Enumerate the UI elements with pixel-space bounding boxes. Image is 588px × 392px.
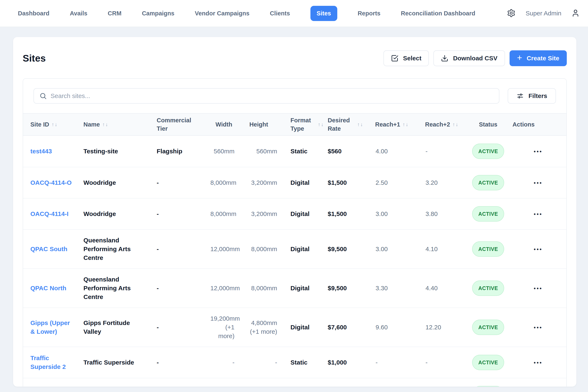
nav-item-vendor-campaigns[interactable]: Vendor Campaigns: [195, 10, 250, 17]
site-id-link[interactable]: OACQ-4114-O: [30, 179, 72, 186]
site-id-cell: QPAC South: [23, 245, 84, 254]
ellipsis-icon: •••: [534, 360, 542, 366]
row-actions-button[interactable]: •••: [530, 284, 546, 293]
reach-2-value: 4.40: [418, 284, 466, 292]
width-value: 8,000mm: [210, 210, 238, 218]
settings-button[interactable]: [507, 9, 516, 18]
column-header-commercial_tier: Commercial Tier: [154, 114, 210, 135]
site-id-cell: test443: [23, 147, 84, 156]
plus-icon: +: [517, 54, 522, 62]
download-csv-label: Download CSV: [453, 55, 497, 62]
search-icon: [39, 92, 47, 100]
select-button[interactable]: Select: [384, 50, 429, 66]
sort-arrows-icon[interactable]: ↑↓: [318, 120, 324, 128]
height-value: 8,000mm: [238, 245, 280, 254]
sliders-icon: [516, 92, 524, 100]
row-actions-button[interactable]: •••: [530, 178, 546, 187]
site-id-link[interactable]: test443: [30, 148, 52, 154]
table-row: OACQ-4114-OWoodridge-8,000mm3,200mmDigit…: [23, 167, 566, 198]
commercial-tier: -: [154, 178, 210, 187]
site-id-cell: Gipps (Upper & Lower): [23, 318, 84, 336]
site-id-link[interactable]: OACQ-4114-I: [30, 210, 68, 217]
site-id-link[interactable]: Gipps (Upper & Lower): [30, 320, 70, 335]
filters-button[interactable]: Filters: [508, 88, 556, 104]
row-actions-button[interactable]: •••: [530, 358, 546, 367]
reach-1-value: 3.00: [373, 210, 418, 218]
height-value: -: [238, 358, 280, 367]
download-csv-button[interactable]: Download CSV: [434, 50, 505, 66]
user-icon: [571, 9, 580, 18]
height-value: 560mm: [238, 147, 280, 156]
column-header-label: Desired Rate: [328, 116, 355, 133]
site-id-cell: OACQ-4114-I: [23, 210, 84, 218]
status-cell: ACTIVE: [466, 144, 510, 159]
status-badge: ACTIVE: [472, 206, 504, 222]
sort-arrows-icon[interactable]: ↑↓: [452, 120, 458, 128]
table-row: Gipps (Upper & Lower)Gipps Fortitude Val…: [23, 308, 566, 347]
nav-item-avails[interactable]: Avails: [70, 10, 87, 17]
format-type: Static: [280, 147, 325, 156]
row-actions-button[interactable]: •••: [530, 147, 546, 156]
site-id-cell: Traffic Superside 2: [23, 354, 84, 371]
ellipsis-icon: •••: [534, 180, 542, 186]
table-row: test443Testing-siteFlagship560mm560mmSta…: [23, 136, 566, 167]
column-header-label: Site ID: [30, 120, 49, 128]
reach-2-value: 12.20: [418, 323, 466, 332]
search-input[interactable]: [34, 88, 499, 104]
actions-cell: •••: [510, 210, 566, 218]
site-id-link[interactable]: QPAC South: [30, 246, 68, 252]
download-icon: [441, 54, 448, 62]
column-header-desired_rate[interactable]: Desired Rate↑↓: [325, 114, 373, 135]
sort-arrows-icon[interactable]: ↑↓: [357, 120, 363, 128]
table-row: OACQ-4076-IWacol-12,000mm4,000mmDigital$…: [23, 378, 566, 386]
status-cell: ACTIVE: [466, 175, 510, 190]
status-badge: ACTIVE: [472, 144, 504, 159]
format-type: Digital: [280, 178, 325, 187]
table-row: Traffic Superside 2Traffic Superside---S…: [23, 347, 566, 378]
ellipsis-icon: •••: [534, 211, 542, 217]
table-row: OACQ-4114-IWoodridge-8,000mm3,200mmDigit…: [23, 198, 566, 229]
desired-rate: $9,500: [325, 245, 373, 254]
site-id-link[interactable]: QPAC North: [30, 285, 66, 292]
site-id-link[interactable]: Traffic Superside 2: [30, 354, 66, 370]
nav-item-clients[interactable]: Clients: [270, 10, 290, 17]
commercial-tier: -: [154, 245, 210, 254]
table-header-row: Site ID↑↓Name↑↓Commercial TierWidthHeigh…: [23, 113, 566, 136]
sort-arrows-icon[interactable]: ↑↓: [102, 120, 108, 128]
nav-item-dashboard[interactable]: Dashboard: [18, 10, 49, 17]
nav-item-campaigns[interactable]: Campaigns: [142, 10, 174, 17]
table-row: QPAC SouthQueensland Performing Arts Cen…: [23, 229, 566, 268]
site-name: Woodridge: [84, 210, 154, 218]
width-value: 560mm: [210, 147, 238, 156]
format-type: Digital: [280, 210, 325, 218]
nav-item-crm[interactable]: CRM: [108, 10, 122, 17]
reach-1-value: 9.60: [373, 323, 418, 332]
sort-arrows-icon[interactable]: ↑↓: [52, 120, 57, 128]
column-header-format_type[interactable]: Format Type↑↓: [280, 114, 325, 135]
sort-arrows-icon[interactable]: ↑↓: [402, 120, 408, 128]
column-header-reach_2[interactable]: Reach+2↑↓: [418, 118, 466, 131]
status-badge: ACTIVE: [472, 241, 504, 257]
row-actions-button[interactable]: •••: [530, 210, 546, 218]
reach-2-value: -: [418, 358, 466, 367]
site-name: Testing-site: [84, 147, 154, 156]
row-actions-button[interactable]: •••: [530, 245, 546, 254]
nav-item-sites[interactable]: Sites: [310, 6, 337, 21]
height-value: 4,800mm(+1 more): [238, 318, 280, 336]
site-name: Traffic Superside: [84, 358, 154, 367]
width-value: -: [210, 358, 238, 367]
row-actions-button[interactable]: •••: [530, 323, 546, 332]
select-button-label: Select: [403, 55, 421, 62]
column-header-reach_1[interactable]: Reach+1↑↓: [373, 118, 418, 131]
create-site-button[interactable]: + Create Site: [510, 50, 567, 66]
nav-item-reports[interactable]: Reports: [358, 10, 380, 17]
profile-button[interactable]: [571, 9, 580, 18]
column-header-site_id[interactable]: Site ID↑↓: [23, 118, 84, 131]
width-value: 19,200mm(+1 more): [210, 314, 238, 340]
create-site-label: Create Site: [526, 55, 559, 62]
nav-item-reconciliation-dashboard[interactable]: Reconciliation Dashboard: [401, 10, 476, 17]
status-cell: ACTIVE: [466, 241, 510, 257]
site-name: Queensland Performing Arts Centre: [84, 275, 154, 301]
primary-nav: DashboardAvailsCRMCampaignsVendor Campai…: [18, 6, 475, 21]
column-header-name[interactable]: Name↑↓: [84, 118, 154, 131]
